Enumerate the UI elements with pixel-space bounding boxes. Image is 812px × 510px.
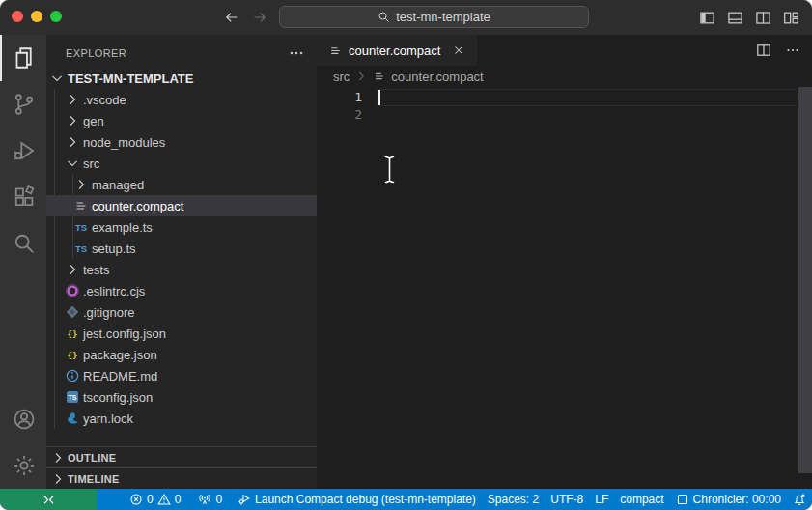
tree-item-label: counter.compact: [92, 199, 183, 213]
eslint-icon: [65, 283, 80, 298]
tree-item-label: node_modules: [83, 135, 165, 150]
activity-bar-explorer[interactable]: [0, 35, 46, 81]
ts-icon: TS: [73, 219, 89, 235]
tree-item-tests[interactable]: tests: [46, 259, 317, 280]
debug-start-icon: [238, 493, 251, 506]
split-editor-icon: [756, 42, 771, 58]
file-icon: [73, 198, 89, 213]
status-label: Chronicler: 00:00: [693, 493, 781, 506]
breadcrumb: src counter.compact: [317, 66, 812, 87]
account-icon: [13, 408, 36, 431]
editor-actions: [752, 39, 804, 62]
radio-tower-icon: [198, 493, 211, 506]
file-tree: TEST-MN-TEMPLATE.vscodegennode_modulessr…: [46, 68, 317, 429]
traffic-light-close[interactable]: [12, 11, 23, 22]
breadcrumb-file[interactable]: counter.compact: [391, 70, 483, 84]
text-cursor: [378, 90, 380, 105]
file-icon: [328, 43, 343, 58]
tree-item-tsconfig.json[interactable]: TStsconfig.json: [46, 386, 317, 408]
tree-root-folder[interactable]: TEST-MN-TEMPLATE: [46, 68, 317, 89]
more-actions-icon[interactable]: [288, 44, 305, 62]
tab-counter-compact[interactable]: counter.compact: [317, 35, 477, 66]
activity-bar-extensions[interactable]: [0, 174, 46, 220]
svg-text:TS: TS: [69, 394, 77, 401]
toggle-panel-button[interactable]: [723, 6, 746, 29]
error-count: 0: [147, 493, 154, 506]
svg-text:{}: {}: [68, 329, 78, 339]
status-label: compact: [620, 493, 663, 506]
activity-bar: [0, 35, 46, 489]
tree-item-package.json[interactable]: {}package.json: [46, 344, 317, 365]
git-icon: [65, 304, 80, 320]
tree-item-jest.config.json[interactable]: {}jest.config.json: [46, 323, 317, 344]
activity-bar-source-control[interactable]: [0, 81, 46, 128]
customize-layout-button[interactable]: [779, 6, 802, 29]
warning-count: 0: [175, 493, 182, 506]
tree-item-yarn.lock[interactable]: yarn.lock: [46, 408, 317, 429]
chevron-down-icon: [49, 71, 65, 86]
tree-item-counter.compact[interactable]: counter.compact: [46, 195, 317, 216]
svg-text:TS: TS: [75, 243, 87, 254]
titlebar: test-mn-template: [0, 0, 812, 35]
editor-group: counter.compact src counter.compact 1 2: [317, 35, 812, 489]
status-language-mode[interactable]: compact: [614, 489, 669, 510]
activity-bar-accounts[interactable]: [0, 396, 46, 442]
chevron-right-icon: [354, 70, 368, 83]
command-center[interactable]: test-mn-template: [279, 6, 589, 28]
forward-button[interactable]: [250, 8, 269, 27]
chevron-right-icon: [50, 471, 66, 487]
chevron-right-icon: [65, 134, 80, 150]
traffic-light-minimize[interactable]: [31, 11, 42, 22]
split-editor-layout-button[interactable]: [751, 6, 774, 29]
breadcrumb-src[interactable]: src: [333, 70, 350, 84]
activity-bar-settings[interactable]: [0, 442, 46, 489]
sidebar-section-outline[interactable]: OUTLINE: [46, 446, 317, 468]
status-debug-launch[interactable]: Launch Compact debug (test-mn-template): [232, 489, 482, 510]
tree-item-src[interactable]: src: [46, 153, 317, 174]
traffic-light-zoom[interactable]: [50, 11, 62, 22]
split-editor-button[interactable]: [752, 39, 775, 62]
tree-item-README.md[interactable]: README.md: [46, 365, 317, 386]
activity-bar-search[interactable]: [0, 220, 46, 267]
line-number-gutter[interactable]: 1 2: [317, 89, 362, 124]
source-control-icon: [13, 93, 36, 116]
tree-item-managed[interactable]: managed: [46, 174, 317, 195]
error-icon: [129, 493, 143, 506]
toggle-sidebar-button[interactable]: [695, 6, 718, 29]
tree-item-setup.ts[interactable]: TSsetup.ts: [46, 238, 317, 259]
status-notifications[interactable]: [787, 489, 812, 510]
activity-bar-run-and-debug[interactable]: [0, 128, 46, 174]
status-indentation[interactable]: Spaces: 2: [482, 489, 545, 510]
status-label: UTF-8: [550, 493, 583, 506]
sidebar-section-timeline[interactable]: TIMELINE: [46, 468, 317, 489]
tree-item-gen[interactable]: gen: [46, 110, 317, 131]
remote-icon: [42, 493, 56, 507]
editor-content[interactable]: 1 2: [317, 87, 812, 489]
status-forwarded-ports[interactable]: 0: [192, 489, 228, 510]
status-encoding[interactable]: UTF-8: [545, 489, 589, 510]
status-eol[interactable]: LF: [589, 489, 614, 510]
line-number: 2: [317, 106, 362, 124]
tree-item-label: .vscode: [83, 93, 126, 107]
command-center-text: test-mn-template: [396, 10, 490, 24]
vscode-window: test-mn-template EXPLORER TEST-MN-TEMPLA…: [0, 0, 812, 510]
status-chronicler[interactable]: Chronicler: 00:00: [670, 489, 787, 510]
tree-item-.eslintrc.cjs[interactable]: .eslintrc.cjs: [46, 280, 317, 301]
close-icon[interactable]: [450, 42, 467, 59]
tree-item-.gitignore[interactable]: .gitignore: [46, 301, 317, 323]
tree-item-example.ts[interactable]: TSexample.ts: [46, 216, 317, 238]
vertical-scrollbar[interactable]: [798, 87, 812, 473]
panel-bottom-icon: [727, 10, 743, 26]
nav-history: [222, 8, 269, 27]
traffic-lights: [12, 11, 62, 22]
tree-item-node_modules[interactable]: node_modules: [46, 131, 317, 153]
editor-more-actions-button[interactable]: [781, 39, 804, 62]
tree-item-label: tests: [83, 263, 109, 277]
remote-indicator[interactable]: [0, 489, 97, 510]
chevron-right-icon: [73, 177, 89, 192]
status-problems[interactable]: 00: [124, 489, 186, 510]
tree-item-label: managed: [92, 178, 144, 192]
tree-item-.vscode[interactable]: .vscode: [46, 89, 317, 110]
back-button[interactable]: [222, 8, 241, 27]
split-editor-icon: [755, 10, 771, 26]
